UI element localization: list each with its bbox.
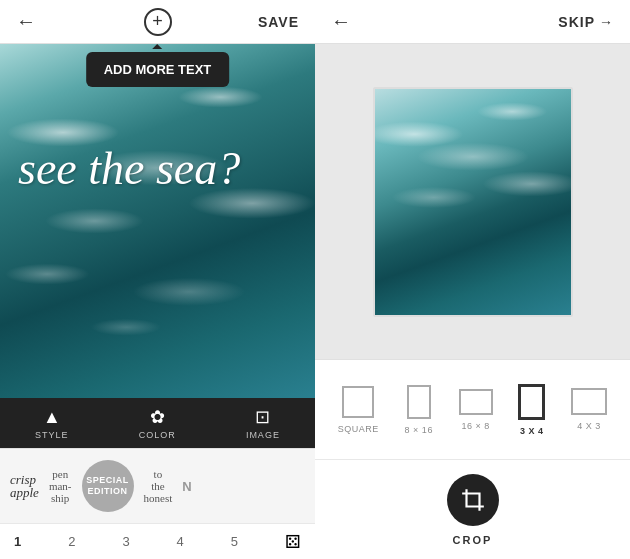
style-special-edition[interactable]: SPECIALEDITION	[82, 460, 134, 512]
crop-shape-square	[342, 386, 374, 418]
right-ocean-image	[373, 87, 573, 317]
style-crisp-apple[interactable]: crispapple	[10, 473, 39, 499]
style-honest-label: tothehonest	[144, 468, 173, 504]
crop-bottom: CROP	[315, 459, 630, 559]
image-tool[interactable]: ⊡ IMAGE	[246, 406, 280, 440]
page-2[interactable]: 2	[68, 534, 75, 549]
crop-square-label: SQUARE	[338, 424, 379, 434]
back-button[interactable]: ←	[16, 10, 36, 33]
crop-shape-3x4	[518, 384, 545, 420]
right-header: ← SKIP →	[315, 0, 630, 44]
page-1[interactable]: 1	[14, 534, 21, 549]
skip-label: SKIP	[558, 14, 595, 30]
crop-shape-tall	[407, 385, 431, 419]
crop-options: SQUARE 8 × 16 16 × 8 3 X 4 4 X 3	[315, 359, 630, 459]
style-label: STYLE	[35, 430, 69, 440]
left-panel: ← + ADD MORE TEXT SAVE see the sea? ▲ ST…	[0, 0, 315, 559]
style-next-label: N	[182, 479, 191, 494]
crop-16x8[interactable]: 16 × 8	[459, 389, 493, 431]
style-tool[interactable]: ▲ STYLE	[35, 407, 69, 440]
save-button[interactable]: SAVE	[258, 14, 299, 30]
right-back-button[interactable]: ←	[331, 10, 351, 33]
image-label: IMAGE	[246, 430, 280, 440]
style-next[interactable]: N	[182, 479, 191, 494]
style-pen-label: penman-ship	[49, 468, 72, 504]
crop-shape-4x3	[571, 388, 607, 415]
crop-3x4[interactable]: 3 X 4	[518, 384, 545, 436]
color-icon: ✿	[150, 406, 165, 428]
style-crisp-label: crispapple	[10, 473, 39, 499]
crop-3x4-label: 3 X 4	[520, 426, 544, 436]
page-5[interactable]: 5	[231, 534, 238, 549]
bottom-toolbar: ▲ STYLE ✿ COLOR ⊡ IMAGE	[0, 398, 315, 448]
canvas-area: see the sea?	[0, 44, 315, 398]
crop-square[interactable]: SQUARE	[338, 386, 379, 434]
right-panel: ← SKIP → SQUARE 8 × 16 16 × 8 3 X 4 4	[315, 0, 630, 559]
dice-icon[interactable]: ⚄	[285, 531, 301, 553]
skip-button[interactable]: SKIP →	[558, 14, 614, 30]
page-numbers: 1 2 3 4 5 ⚄	[0, 523, 315, 559]
style-icon: ▲	[43, 407, 61, 428]
crop-button[interactable]	[447, 474, 499, 526]
canvas-text[interactable]: see the sea?	[18, 144, 240, 195]
add-text-tooltip: ADD MORE TEXT	[86, 52, 230, 87]
crop-4x3[interactable]: 4 X 3	[571, 388, 607, 431]
forward-arrow-icon: →	[599, 14, 614, 30]
color-tool[interactable]: ✿ COLOR	[139, 406, 176, 440]
page-3[interactable]: 3	[122, 534, 129, 549]
color-label: COLOR	[139, 430, 176, 440]
style-honest[interactable]: tothehonest	[144, 468, 173, 504]
style-penmanship[interactable]: penman-ship	[49, 468, 72, 504]
crop-shape-wide	[459, 389, 493, 415]
crop-8x16-label: 8 × 16	[405, 425, 433, 435]
left-header: ← + ADD MORE TEXT SAVE	[0, 0, 315, 44]
styles-bar: crispapple penman-ship SPECIALEDITION to…	[0, 448, 315, 523]
image-icon: ⊡	[255, 406, 270, 428]
crop-4x3-label: 4 X 3	[577, 421, 601, 431]
crop-label: CROP	[453, 534, 493, 546]
crop-icon	[460, 487, 486, 513]
crop-16x8-label: 16 × 8	[461, 421, 489, 431]
ocean-image: see the sea?	[0, 44, 315, 398]
add-text-button[interactable]: + ADD MORE TEXT	[144, 8, 172, 36]
crop-8x16[interactable]: 8 × 16	[405, 385, 433, 435]
right-canvas	[315, 44, 630, 359]
page-4[interactable]: 4	[177, 534, 184, 549]
style-special-label: SPECIALEDITION	[82, 460, 134, 512]
add-icon[interactable]: +	[144, 8, 172, 36]
